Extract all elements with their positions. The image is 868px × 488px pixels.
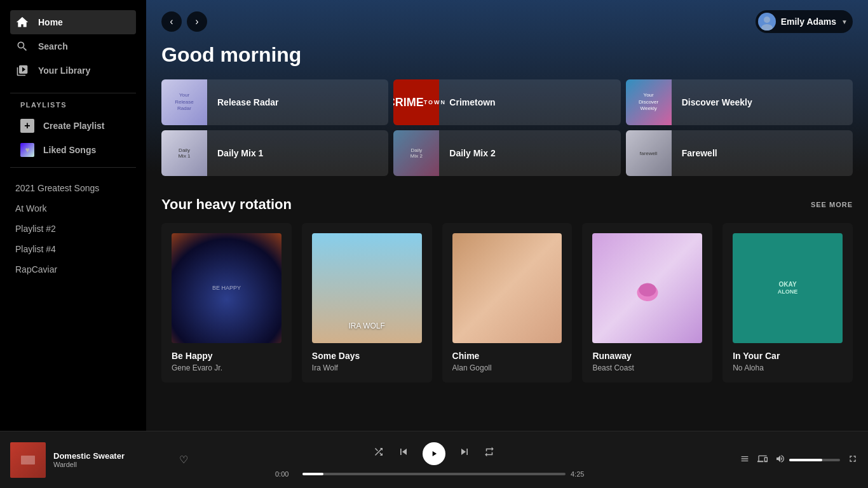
player-bar: Domestic Sweater Wardell ♡ — [0, 431, 868, 488]
playlist-item[interactable]: At Work — [0, 198, 146, 219]
liked-songs-label: Liked Songs — [43, 145, 96, 155]
quick-item-label: Daily Mix 1 — [207, 148, 273, 158]
volume-fill — [789, 459, 822, 461]
forward-button[interactable]: › — [187, 11, 207, 32]
heart-button[interactable]: ♡ — [179, 454, 188, 466]
card-some-days[interactable]: IRA WOLF Some Days Ira Wolf — [302, 223, 432, 383]
avatar — [758, 13, 776, 30]
user-menu[interactable]: Emily Adams ▼ — [756, 10, 853, 33]
create-playlist-button[interactable]: + Create Playlist — [5, 114, 141, 138]
sidebar-item-home[interactable]: Home — [10, 10, 136, 34]
playlist-item[interactable]: Playlist #2 — [0, 219, 146, 239]
card-title: Chime — [452, 351, 562, 361]
quick-item-label: Farewell — [672, 148, 728, 158]
shuffle-button[interactable] — [373, 446, 384, 461]
daily-mix-1-thumb: DailyMix 1 — [161, 130, 207, 176]
discover-weekly-thumb: YourDiscoverWeekly — [626, 79, 672, 125]
greeting-heading: Good morning — [161, 43, 853, 67]
quick-item-discover-weekly[interactable]: YourDiscoverWeekly Discover Weekly — [626, 79, 853, 125]
back-button[interactable]: ‹ — [161, 11, 182, 32]
player-track-artist: Wardell — [53, 461, 172, 468]
now-playing: Domestic Sweater Wardell ♡ — [10, 442, 188, 478]
chime-thumb — [452, 233, 562, 343]
quick-item-label: Crimetown — [439, 97, 505, 107]
progress-fill — [302, 473, 323, 475]
home-icon — [15, 15, 29, 29]
card-subtitle: Beast Coast — [592, 363, 702, 372]
playlist-list: 2021 Greatest Songs At Work Playlist #2 … — [0, 173, 146, 285]
be-happy-thumb: BE HAPPY — [172, 233, 281, 343]
chevron-down-icon: ▼ — [841, 18, 848, 25]
daily-mix-2-thumb: DailyMix 2 — [393, 130, 439, 176]
quick-item-release-radar[interactable]: YourReleaseRadar Release Radar — [161, 79, 388, 125]
create-playlist-icon: + — [20, 119, 34, 133]
some-days-art: IRA WOLF — [312, 233, 422, 343]
daily-mix-1-art: DailyMix 1 — [161, 130, 207, 176]
card-title: In Your Car — [733, 351, 843, 361]
progress-track[interactable] — [302, 473, 566, 475]
be-happy-art: BE HAPPY — [172, 233, 281, 343]
progress-bar: 0:00 4:25 — [275, 470, 593, 478]
sidebar-item-search[interactable]: Search — [10, 34, 136, 58]
card-runaway[interactable]: Runaway Beast Coast — [582, 223, 712, 383]
heavy-rotation-grid: BE HAPPY Be Happy Gene Evaro Jr. IRA WOL… — [161, 223, 853, 383]
card-title: Be Happy — [172, 351, 281, 361]
card-be-happy[interactable]: BE HAPPY Be Happy Gene Evaro Jr. — [161, 223, 292, 383]
quick-item-crimetown[interactable]: CRIME TOWN Crimetown — [393, 79, 620, 125]
in-your-car-art: OKAY ALONE — [733, 233, 843, 343]
player-controls-center: 0:00 4:25 — [188, 442, 680, 478]
playback-controls — [373, 442, 495, 465]
runaway-art — [592, 233, 702, 343]
user-name-label: Emily Adams — [781, 17, 836, 27]
playlist-item[interactable]: Playlist #4 — [0, 239, 146, 259]
playlist-item[interactable]: 2021 Greatest Songs — [0, 178, 146, 198]
quick-item-daily-mix-1[interactable]: DailyMix 1 Daily Mix 1 — [161, 130, 388, 176]
card-subtitle: No Aloha — [733, 363, 843, 372]
card-subtitle: Alan Gogoll — [452, 363, 562, 372]
player-right-controls — [680, 454, 858, 466]
queue-button[interactable] — [740, 454, 750, 466]
card-title: Runaway — [592, 351, 702, 361]
svg-rect-4 — [21, 456, 35, 464]
play-pause-button[interactable] — [423, 442, 445, 465]
devices-button[interactable] — [757, 454, 768, 466]
card-subtitle: Gene Evaro Jr. — [172, 363, 281, 372]
sidebar-divider-2 — [10, 167, 136, 168]
quick-item-label: Release Radar — [207, 97, 289, 107]
previous-button[interactable] — [397, 445, 410, 461]
runaway-thumb — [592, 233, 702, 343]
discover-weekly-art: YourDiscoverWeekly — [626, 79, 672, 125]
quick-item-label: Daily Mix 2 — [439, 148, 505, 158]
sidebar-home-label: Home — [38, 17, 63, 27]
repeat-button[interactable] — [484, 446, 495, 461]
chime-art — [452, 233, 562, 343]
playlists-header: PLAYLISTS — [5, 98, 141, 114]
liked-songs-button[interactable]: ♥ Liked Songs — [5, 138, 141, 162]
playlist-item[interactable]: RapCaviar — [0, 259, 146, 280]
svg-point-3 — [639, 283, 656, 297]
next-button[interactable] — [458, 445, 471, 461]
in-your-car-thumb: OKAY ALONE — [733, 233, 843, 343]
some-days-thumb: IRA WOLF — [312, 233, 422, 343]
card-chime[interactable]: Chime Alan Gogoll — [442, 223, 573, 383]
see-more-button[interactable]: SEE MORE — [811, 201, 853, 208]
current-time: 0:00 — [275, 470, 297, 478]
volume-icon[interactable] — [775, 454, 785, 466]
sidebar-search-label: Search — [38, 41, 68, 51]
sidebar-navigation: Home Search Your Library — [0, 5, 146, 88]
fullscreen-button[interactable] — [848, 454, 858, 466]
daily-mix-2-art: DailyMix 2 — [393, 130, 439, 176]
heavy-rotation-title: Your heavy rotation — [161, 196, 292, 213]
volume-track[interactable] — [789, 459, 840, 461]
quick-item-daily-mix-2[interactable]: DailyMix 2 Daily Mix 2 — [393, 130, 620, 176]
card-in-your-car[interactable]: OKAY ALONE In Your Car No Aloha — [722, 223, 853, 383]
main-content: ‹ › Emily Adams ▼ Good morning — [146, 0, 868, 431]
sidebar-item-library[interactable]: Your Library — [10, 58, 136, 83]
liked-songs-icon: ♥ — [20, 143, 34, 157]
create-playlist-label: Create Playlist — [43, 121, 105, 131]
quick-item-farewell[interactable]: farewell Farewell — [626, 130, 853, 176]
content-area: Good morning YourReleaseRadar Release Ra… — [146, 43, 868, 398]
quick-item-label: Discover Weekly — [672, 97, 763, 107]
svg-point-0 — [764, 17, 770, 23]
release-radar-art: YourReleaseRadar — [161, 79, 207, 125]
